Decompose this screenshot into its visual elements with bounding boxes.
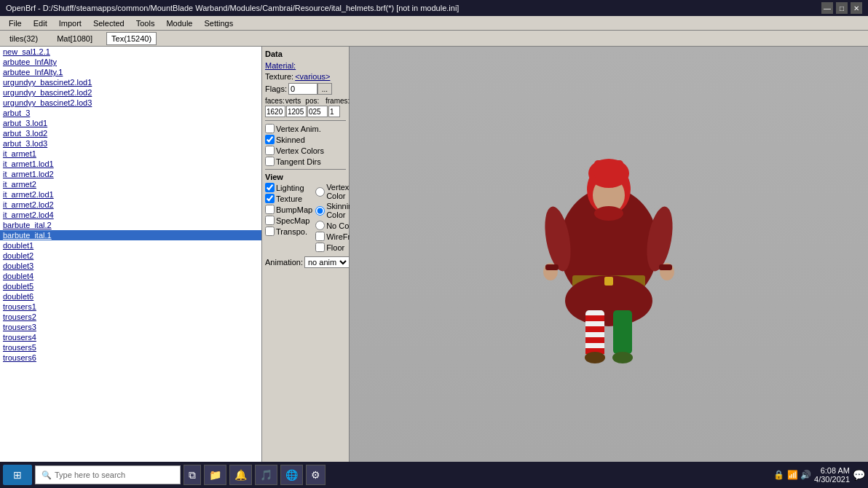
mesh-item[interactable]: it_armet1.lod2 — [0, 169, 261, 179]
transpo-row: Transpo. — [265, 227, 312, 236]
flags-more-button[interactable]: ... — [317, 83, 332, 95]
verts-input[interactable] — [286, 106, 307, 117]
minimize-button[interactable]: — — [821, 2, 833, 14]
vertex-colors-row: Vertex Colors — [265, 146, 346, 155]
bumpmap-checkbox[interactable] — [265, 205, 275, 214]
tab-tex[interactable]: Tex(15240) — [106, 32, 157, 45]
floor-checkbox[interactable] — [315, 243, 325, 252]
data-panel: Data Material: Texture: <various> Flags:… — [262, 47, 350, 462]
taskbar-settings[interactable]: ⚙ — [306, 465, 326, 485]
texture-value[interactable]: <various> — [295, 72, 330, 81]
mesh-item[interactable]: trousers4 — [0, 332, 261, 342]
viewport[interactable] — [350, 47, 868, 462]
menu-import[interactable]: Import — [53, 17, 87, 29]
lighting-label: Lighting — [276, 184, 304, 192]
vertex-anim-checkbox[interactable] — [265, 124, 275, 133]
vertex-anim-label: Vertex Anim. — [276, 125, 321, 133]
mesh-item[interactable]: arbut_3 — [0, 108, 261, 118]
mesh-item[interactable]: it_armet2 — [0, 179, 261, 189]
menu-settings[interactable]: Settings — [198, 17, 239, 29]
maximize-button[interactable]: □ — [836, 2, 848, 14]
specmap-checkbox[interactable] — [265, 216, 275, 225]
system-tray: 🔒 📶 🔊 — [773, 470, 811, 480]
taskbar-files[interactable]: 📁 — [204, 465, 226, 485]
menu-file[interactable]: File — [3, 17, 28, 29]
taskbar-browser[interactable]: 🌐 — [280, 465, 303, 485]
start-button[interactable]: ⊞ — [3, 465, 32, 485]
tab-mat[interactable]: Mat[1080] — [52, 32, 98, 45]
title-bar: OpenBrf - D:/Shutff/steamapps/common/Mou… — [0, 0, 868, 16]
verts-label: verts — [285, 97, 305, 105]
mesh-item[interactable]: it_armet2.lod1 — [0, 189, 261, 200]
mesh-item-selected[interactable]: barbute_ital.1 — [0, 230, 261, 240]
svg-rect-12 — [613, 310, 632, 354]
mesh-item[interactable]: trousers2 — [0, 312, 261, 322]
mesh-item[interactable]: trousers1 — [0, 302, 261, 312]
no-color-radio[interactable] — [315, 221, 325, 230]
mesh-item[interactable]: barbute_ital.2 — [0, 220, 261, 230]
mesh-item[interactable]: arbut_3.lod3 — [0, 138, 261, 149]
animation-label: Animation: — [265, 258, 303, 267]
menu-tools[interactable]: Tools — [130, 17, 161, 29]
faces-input[interactable] — [265, 106, 285, 117]
pos-input[interactable] — [307, 106, 328, 117]
svg-rect-18 — [594, 160, 623, 178]
skinning-color-radio[interactable] — [315, 206, 325, 216]
tangent-dirs-label: Tangent Dirs — [276, 157, 321, 166]
title-bar-controls: — □ ✕ — [821, 2, 862, 14]
mesh-item[interactable]: urgundyy_bascinet2.lod2 — [0, 87, 261, 98]
material-row: Material: — [265, 61, 346, 70]
mesh-item[interactable]: trousers6 — [0, 353, 261, 363]
mesh-item[interactable]: urgundyy_bascinet2.lod1 — [0, 77, 261, 87]
menu-edit[interactable]: Edit — [28, 17, 53, 29]
mesh-item[interactable]: doublet1 — [0, 240, 261, 251]
svg-rect-20 — [604, 277, 613, 286]
close-button[interactable]: ✕ — [851, 2, 862, 14]
material-link[interactable]: Material: — [265, 61, 296, 70]
mesh-item[interactable]: doublet3 — [0, 261, 261, 271]
texture-checkbox[interactable] — [265, 194, 275, 203]
mesh-item[interactable]: arbutee_InfAlty.1 — [0, 67, 261, 77]
taskbar-search[interactable]: 🔍 Type here to search — [35, 465, 181, 484]
taskbar-task-view[interactable]: ⧉ — [184, 465, 201, 485]
mesh-item[interactable]: doublet4 — [0, 271, 261, 281]
frames-input[interactable] — [328, 106, 340, 117]
date-display: 4/30/2021 — [814, 475, 850, 484]
mesh-item[interactable]: arbut_3.lod2 — [0, 128, 261, 138]
wireframe-checkbox[interactable] — [315, 232, 325, 241]
mesh-item[interactable]: it_armet2.lod4 — [0, 210, 261, 220]
floor-label: Floor — [326, 243, 344, 252]
bumpmap-row: BumpMap — [265, 205, 312, 214]
mesh-item[interactable]: it_armet1.lod1 — [0, 159, 261, 169]
mesh-item[interactable]: trousers5 — [0, 342, 261, 353]
mesh-item[interactable]: trousers3 — [0, 322, 261, 332]
menu-module[interactable]: Module — [160, 17, 198, 29]
vertex-colors-checkbox[interactable] — [265, 146, 275, 155]
svg-rect-8 — [585, 315, 604, 321]
mesh-item[interactable]: doublet5 — [0, 281, 261, 291]
skinned-checkbox[interactable] — [265, 135, 275, 144]
lighting-checkbox[interactable] — [265, 183, 275, 192]
taskbar-music[interactable]: 🎵 — [255, 465, 277, 485]
menu-selected[interactable]: Selected — [87, 17, 130, 29]
transpo-checkbox[interactable] — [265, 227, 275, 236]
lighting-row: Lighting — [265, 183, 312, 192]
animation-select[interactable]: no anim — [304, 256, 350, 268]
mesh-item[interactable]: it_armet1 — [0, 149, 261, 159]
notification-icon[interactable]: 💬 — [853, 469, 865, 481]
taskbar-notifications[interactable]: 🔔 — [229, 465, 252, 485]
tangent-dirs-row: Tangent Dirs — [265, 157, 346, 166]
mesh-item[interactable]: it_armet2.lod2 — [0, 200, 261, 210]
vertex-color-radio[interactable] — [315, 187, 325, 197]
mesh-item[interactable]: new_sal1.2.1 — [0, 47, 261, 57]
mesh-item[interactable]: arbutee_InfAlty — [0, 57, 261, 67]
mesh-item[interactable]: arbut_3.lod1 — [0, 118, 261, 128]
tab-tiles[interactable]: tiles(32) — [4, 32, 43, 45]
character-model — [507, 130, 711, 379]
mesh-item[interactable]: doublet6 — [0, 291, 261, 302]
tangent-dirs-checkbox[interactable] — [265, 157, 275, 166]
mesh-item[interactable]: urgundyy_bascinet2.lod3 — [0, 98, 261, 108]
svg-point-19 — [594, 206, 623, 221]
mesh-item[interactable]: doublet2 — [0, 251, 261, 261]
flags-input[interactable] — [288, 83, 317, 95]
